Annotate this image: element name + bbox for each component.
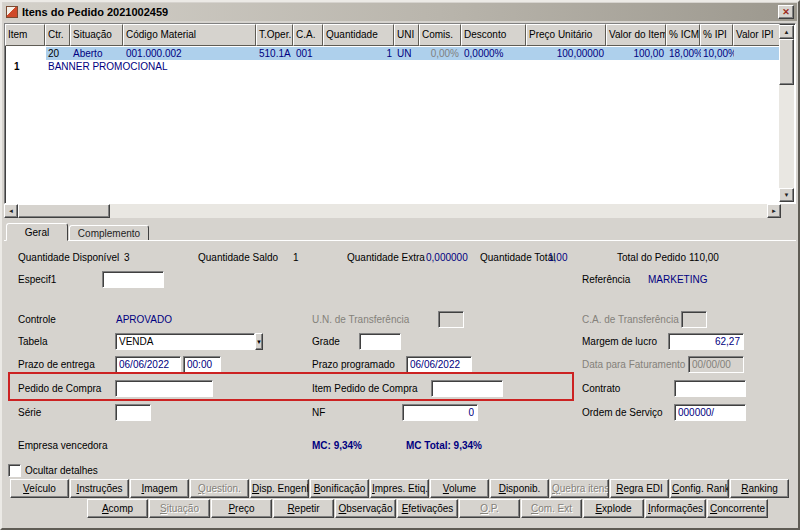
label-total-do-pedido: Total do Pedido — [617, 252, 686, 263]
close-button[interactable]: ✕ — [778, 5, 794, 19]
nf-input[interactable] — [402, 404, 478, 421]
tabela-dropdown-button[interactable]: ▼ — [255, 333, 263, 350]
label-grade: Grade — [312, 336, 340, 347]
tab-geral[interactable]: Geral — [6, 223, 68, 241]
value-mc-total: MC Total: 9,34% — [406, 440, 482, 451]
scroll-up-button[interactable]: ▲ — [779, 25, 794, 39]
contrato-input[interactable] — [674, 380, 746, 397]
label-contrato: Contrato — [582, 383, 620, 394]
ocultar-detalhes-checkbox-row: Ocultar detalhes — [8, 464, 98, 477]
column-header-7[interactable]: Quantidade — [323, 24, 394, 46]
button-question[interactable]: Question. — [190, 479, 249, 498]
ordem-servico-input[interactable] — [674, 404, 746, 421]
button-instru-es[interactable]: Instruções — [70, 479, 129, 498]
horizontal-scrollbar[interactable]: ◄ ► — [4, 204, 781, 218]
button-situa-o[interactable]: Situação — [149, 499, 210, 518]
label-tabela: Tabela — [18, 336, 47, 347]
scroll-right-button[interactable]: ► — [767, 204, 781, 218]
column-header-2[interactable]: Ctr. — [45, 24, 70, 46]
prazo-programado-input[interactable] — [406, 356, 472, 373]
column-header-1[interactable]: Item — [5, 24, 45, 46]
cell-situacao: Aberto — [71, 48, 124, 59]
label-prazo-programado: Prazo programado — [312, 359, 395, 370]
button-explode[interactable]: Explode — [583, 499, 644, 518]
label-controle: Controle — [18, 314, 56, 325]
button-acomp[interactable]: Acomp — [87, 499, 148, 518]
cell-perc-ipi: 10,00% — [701, 48, 734, 59]
tab-panel-edge — [4, 240, 796, 241]
column-header-10[interactable]: Desconto — [461, 24, 526, 46]
button-pre-o[interactable]: Preço — [211, 499, 272, 518]
value-referencia: MARKETING — [648, 274, 707, 285]
value-controle: APROVADO — [116, 314, 172, 325]
pedido-compra-input[interactable] — [115, 380, 213, 397]
button-repetir[interactable]: Repetir — [273, 499, 334, 518]
cell-desconto: 0,0000% — [462, 48, 527, 59]
grade-input[interactable] — [359, 333, 401, 350]
scroll-left-button[interactable]: ◄ — [4, 204, 18, 218]
button-o-p[interactable]: O.P. — [459, 499, 520, 518]
tabela-combobox[interactable]: ▼ — [115, 333, 191, 350]
column-header-4[interactable]: Código Material — [123, 24, 256, 46]
button-row-1: VeículoInstruçõesImagemQuestion.Disp. En… — [10, 479, 789, 498]
button-disponib[interactable]: Disponib. — [490, 479, 549, 498]
button-com-ext[interactable]: Com. Ext — [521, 499, 582, 518]
value-quantidade-total: 1,00 — [548, 252, 567, 263]
value-mc: MC: 9,34% — [312, 440, 362, 451]
item-pedido-compra-input[interactable] — [431, 380, 503, 397]
label-referencia: Referência — [582, 274, 630, 285]
column-header-15[interactable]: Valor IPI — [733, 24, 780, 46]
margem-lucro-input[interactable] — [668, 333, 744, 350]
column-header-9[interactable]: Comis. — [419, 24, 461, 46]
button-ve-culo[interactable]: Veículo — [10, 479, 69, 498]
column-header-11[interactable]: Preço Unitário — [526, 24, 606, 46]
button-ranking[interactable]: Ranking — [730, 479, 789, 498]
cell-descricao: BANNER PROMOCIONAL — [46, 61, 169, 72]
button-row-2: AcompSituaçãoPreçoRepetirObservaçãoEfeti… — [87, 499, 768, 518]
column-header-3[interactable]: Situação — [70, 24, 123, 46]
tab-complemento[interactable]: Complemento — [69, 225, 149, 241]
window-title: Itens do Pedido 2021002459 — [22, 6, 778, 18]
column-header-12[interactable]: Valor do Item — [606, 24, 666, 46]
button-volume[interactable]: Volume — [430, 479, 489, 498]
scroll-up-icon: ▲ — [784, 29, 790, 35]
label-nf: NF — [312, 407, 325, 418]
row-line-1: 20 Aberto 001.000.002 510.1A 001 1 UN 0,… — [6, 47, 779, 60]
button-quebra-itens[interactable]: Quebra itens — [550, 479, 609, 498]
prazo-entrega-time-input[interactable] — [183, 356, 221, 373]
button-observa-o[interactable]: Observação — [335, 499, 396, 518]
vertical-scroll-thumb[interactable] — [779, 39, 794, 85]
button-informa-es[interactable]: Informações — [645, 499, 706, 518]
button-bonifica-o[interactable]: Bonificação — [310, 479, 369, 498]
serie-input[interactable] — [115, 404, 151, 421]
button-concorrente[interactable]: Concorrente — [707, 499, 768, 518]
table-row[interactable]: 20 Aberto 001.000.002 510.1A 001 1 UN 0,… — [6, 47, 779, 73]
column-header-6[interactable]: C.A. — [293, 24, 323, 46]
label-un-transferencia: U.N. de Transferência — [312, 314, 409, 325]
column-header-14[interactable]: % IPI — [700, 24, 733, 46]
especif1-input[interactable] — [102, 271, 164, 288]
label-ca-transferencia: C.A. de Transferência — [582, 314, 679, 325]
button-efetiva-es[interactable]: Efetivações — [397, 499, 458, 518]
button-regra-edi[interactable]: Regra EDI — [610, 479, 669, 498]
grid-header: ItemCtr.SituaçãoCódigo MaterialT.Oper.C.… — [5, 24, 780, 46]
column-header-5[interactable]: T.Oper. — [256, 24, 293, 46]
window-itens-do-pedido: Itens do Pedido 2021002459 ✕ ItemCtr.Sit… — [0, 0, 800, 530]
label-serie: Série — [18, 407, 41, 418]
button-impres-etiq[interactable]: Impres. Etiq. — [370, 479, 429, 498]
row-line-2: 1 BANNER PROMOCIONAL — [6, 60, 779, 73]
tabela-input[interactable] — [115, 333, 255, 350]
app-icon — [6, 6, 18, 18]
chevron-down-icon: ▼ — [256, 339, 262, 345]
button-disp-engenh[interactable]: Disp. Engenh. — [250, 479, 309, 498]
column-header-8[interactable]: UNI — [394, 24, 419, 46]
scroll-down-button[interactable]: ▼ — [779, 188, 794, 202]
button-config-rank[interactable]: Config. Rank. — [670, 479, 729, 498]
vertical-scrollbar[interactable]: ▲ ▼ — [779, 25, 794, 202]
column-header-13[interactable]: % ICMS — [666, 24, 700, 46]
ocultar-detalhes-checkbox[interactable] — [8, 464, 21, 477]
horizontal-scroll-thumb[interactable] — [18, 204, 110, 218]
button-imagem[interactable]: Imagem — [130, 479, 189, 498]
close-icon: ✕ — [782, 7, 790, 17]
prazo-entrega-date-input[interactable] — [115, 356, 181, 373]
